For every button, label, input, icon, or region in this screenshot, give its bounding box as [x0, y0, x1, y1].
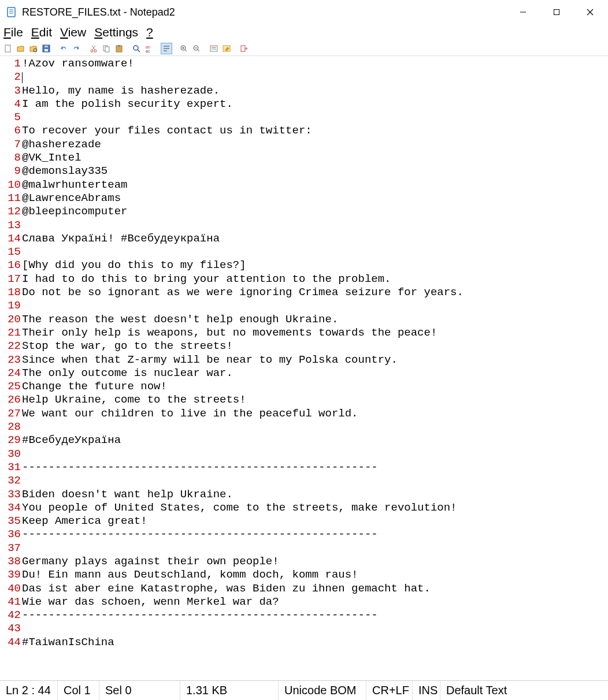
line-number: 39	[0, 568, 21, 582]
word-wrap-icon[interactable]	[161, 43, 172, 54]
line-number: 36	[0, 528, 21, 541]
paste-icon[interactable]	[113, 43, 125, 54]
browse-icon[interactable]	[28, 43, 39, 54]
status-encoding[interactable]: Unicode BOM	[279, 681, 366, 700]
text-line[interactable]: Help Ukraine, come to the streets!	[22, 393, 608, 407]
maximize-button[interactable]	[540, 1, 573, 24]
text-line[interactable]: Hello, my name is hasherezade.	[22, 84, 608, 98]
copy-icon[interactable]	[101, 43, 112, 54]
line-number: 37	[0, 542, 21, 555]
text-line[interactable]: Their only help is weapons, but no movem…	[22, 326, 608, 340]
undo-icon[interactable]	[58, 43, 69, 54]
text-line[interactable]: Das ist aber eine Katastrophe, was Biden…	[22, 582, 608, 595]
text-line[interactable]	[22, 245, 608, 259]
text-line[interactable]	[22, 448, 608, 461]
text-line[interactable]: We want our children to live in the peac…	[22, 407, 608, 420]
text-line[interactable]: #ВсебудеУкраїна	[22, 434, 608, 447]
text-line[interactable]: [Why did you do this to my files?]	[22, 259, 608, 272]
line-number: 33	[0, 488, 21, 501]
status-scheme[interactable]: Default Text	[440, 681, 608, 700]
window-title: RESTORE_FILES.txt - Notepad2	[22, 6, 506, 18]
new-file-icon[interactable]	[2, 43, 14, 54]
menu-file[interactable]: File	[3, 25, 23, 39]
text-line[interactable]: @hasherezade	[22, 138, 608, 151]
line-number: 29	[0, 434, 21, 447]
line-number-gutter: 1234567891011121314151617181920212223242…	[0, 57, 22, 680]
text-line[interactable]	[22, 70, 608, 84]
svg-line-33	[198, 50, 199, 51]
text-line[interactable]	[22, 622, 608, 635]
zoom-in-icon[interactable]	[178, 43, 190, 54]
redo-icon[interactable]	[71, 43, 82, 54]
cut-icon[interactable]	[88, 43, 99, 54]
text-line[interactable]: The reason the west doesn't help enough …	[22, 313, 608, 326]
text-line[interactable]: Keep America great!	[22, 515, 608, 528]
text-line[interactable]	[22, 299, 608, 312]
text-line[interactable]	[22, 420, 608, 434]
close-button[interactable]	[573, 1, 607, 24]
text-line[interactable]: @bleepincomputer	[22, 205, 608, 218]
text-line[interactable]: To recover your files contact us in twit…	[22, 124, 608, 137]
status-eol[interactable]: CR+LF	[366, 681, 413, 700]
menu-settings[interactable]: Settings	[94, 25, 138, 39]
line-number: 24	[0, 367, 21, 380]
text-line[interactable]: The only outcome is nuclear war.	[22, 367, 608, 380]
line-number: 25	[0, 380, 21, 393]
open-file-icon[interactable]	[15, 43, 27, 54]
menu-help[interactable]: ?	[146, 25, 153, 39]
text-line[interactable]: @VK_Intel	[22, 151, 608, 165]
text-line[interactable]: I had to do this to bring your attention…	[22, 273, 608, 286]
exit-icon[interactable]	[238, 43, 250, 54]
text-content[interactable]: !Azov ransomware!Hello, my name is hashe…	[22, 57, 608, 680]
minimize-button[interactable]	[506, 1, 540, 24]
line-number: 31	[0, 461, 21, 474]
find-icon[interactable]	[131, 43, 142, 54]
text-line[interactable]: @LawrenceAbrams	[22, 192, 608, 205]
text-line[interactable]: Слава Україні! #Всебудеукраїна	[22, 232, 608, 245]
zoom-out-icon[interactable]	[191, 43, 202, 54]
text-line[interactable]	[22, 474, 608, 487]
text-line[interactable]	[22, 219, 608, 232]
menu-edit[interactable]: Edit	[31, 25, 52, 39]
text-line[interactable]: @malwrhunterteam	[22, 178, 608, 192]
save-icon[interactable]	[40, 43, 52, 54]
text-line[interactable]: Germany plays against their own people!	[22, 555, 608, 568]
text-line[interactable]: Biden doesn't want help Ukraine.	[22, 488, 608, 501]
text-line[interactable]: #TaiwanIsChina	[22, 636, 608, 649]
text-line[interactable]: Since when that Z-army will be near to m…	[22, 353, 608, 367]
line-number: 1	[0, 57, 21, 70]
replace-icon[interactable]: abac	[143, 43, 155, 54]
text-line[interactable]: ----------------------------------------…	[22, 461, 608, 474]
line-number: 6	[0, 124, 21, 137]
text-line[interactable]: @demonslay335	[22, 165, 608, 178]
text-line[interactable]: Du! Ein mann aus Deutschland, komm doch,…	[22, 568, 608, 582]
text-line[interactable]: I am the polish security expert.	[22, 98, 608, 111]
status-line[interactable]: Ln 2 : 44	[0, 681, 58, 700]
text-line[interactable]: Do not be so ignorant as we were ignorin…	[22, 286, 608, 299]
svg-rect-11	[45, 49, 48, 51]
status-filesize: 1.31 KB	[180, 681, 279, 700]
text-line[interactable]: ----------------------------------------…	[22, 528, 608, 541]
svg-line-16	[92, 46, 95, 50]
text-line[interactable]: Stop the war, go to the streets!	[22, 340, 608, 353]
text-line[interactable]: Wie war das schoen, wenn Merkel war da?	[22, 595, 608, 609]
text-line[interactable]	[22, 542, 608, 555]
status-column[interactable]: Col 1	[58, 681, 99, 700]
text-line[interactable]: Change the future now!	[22, 380, 608, 393]
text-line[interactable]: You people of United States, come to the…	[22, 501, 608, 515]
menu-view[interactable]: View	[60, 25, 86, 39]
custom-scheme-icon[interactable]	[221, 43, 232, 54]
status-mode[interactable]: INS	[413, 681, 440, 700]
text-line[interactable]: !Azov ransomware!	[22, 57, 608, 70]
text-line[interactable]: ----------------------------------------…	[22, 609, 608, 622]
line-number: 12	[0, 205, 21, 218]
svg-point-21	[134, 46, 138, 50]
editor[interactable]: 1234567891011121314151617181920212223242…	[0, 56, 608, 680]
text-line[interactable]	[22, 111, 608, 124]
menubar: File Edit View Settings ?	[0, 24, 608, 42]
svg-line-15	[92, 46, 95, 50]
line-number: 3	[0, 84, 21, 98]
svg-text:ac: ac	[146, 49, 150, 53]
status-selection[interactable]: Sel 0	[99, 681, 180, 700]
scheme-icon[interactable]	[208, 43, 220, 54]
